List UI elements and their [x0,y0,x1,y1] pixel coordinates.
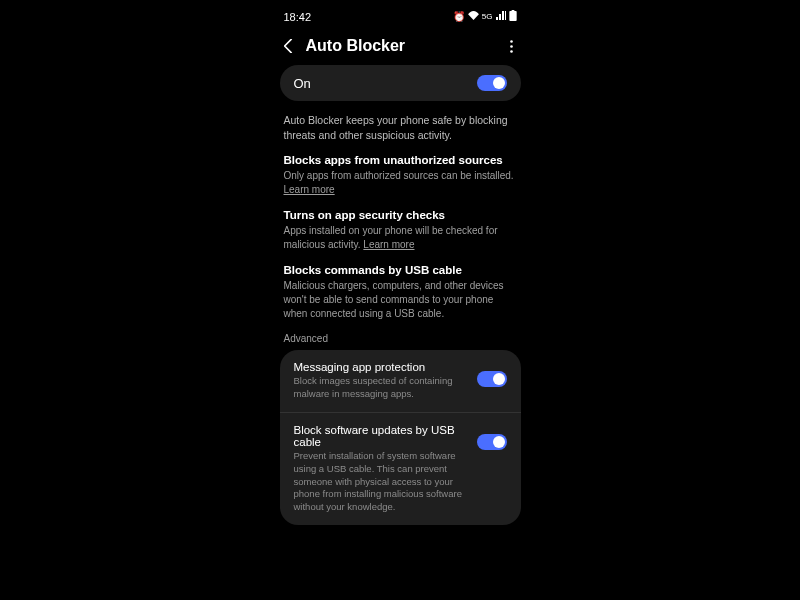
signal-icon [496,11,506,22]
section-title: Blocks commands by USB cable [284,264,517,276]
status-bar: 18:42 ⏰ 5G [280,8,521,31]
battery-icon [509,10,517,23]
phone-frame: 18:42 ⏰ 5G Auto Blocker On Auto Blocker … [268,0,533,600]
intro-text: Auto Blocker keeps your phone safe by bl… [280,113,521,154]
section-security-checks: Turns on app security checks Apps instal… [280,209,521,264]
svg-rect-0 [509,11,516,21]
status-icons: ⏰ 5G [453,10,517,23]
advanced-item-usb-updates[interactable]: Block software updates by USB cable Prev… [280,412,521,525]
network-label: 5G [482,12,493,21]
alarm-icon: ⏰ [453,11,465,22]
more-options-button[interactable] [503,37,521,55]
section-desc: Only apps from authorized sources can be… [284,169,517,197]
advanced-item-text: Block software updates by USB cable Prev… [294,424,467,514]
section-unauthorized-sources: Blocks apps from unauthorized sources On… [280,154,521,209]
header: Auto Blocker [280,31,521,65]
svg-point-3 [510,45,513,48]
section-title: Turns on app security checks [284,209,517,221]
advanced-item-text: Messaging app protection Block images su… [294,361,467,401]
advanced-item-title: Messaging app protection [294,361,467,373]
main-toggle-switch[interactable] [477,75,507,91]
advanced-item-desc: Prevent installation of system software … [294,450,467,514]
advanced-item-messaging[interactable]: Messaging app protection Block images su… [280,350,521,412]
clock: 18:42 [284,11,312,23]
back-button[interactable] [280,37,298,55]
advanced-label: Advanced [280,333,521,350]
learn-more-link[interactable]: Learn more [363,239,414,250]
section-desc: Apps installed on your phone will be che… [284,224,517,252]
wifi-icon [468,11,479,22]
main-toggle-row[interactable]: On [280,65,521,101]
learn-more-link[interactable]: Learn more [284,184,335,195]
svg-rect-1 [511,10,514,11]
advanced-item-desc: Block images suspected of containing mal… [294,375,467,401]
section-usb-commands: Blocks commands by USB cable Malicious c… [280,264,521,333]
section-desc: Malicious chargers, computers, and other… [284,279,517,321]
main-toggle-label: On [294,76,311,91]
advanced-item-title: Block software updates by USB cable [294,424,467,448]
section-title: Blocks apps from unauthorized sources [284,154,517,166]
messaging-toggle-switch[interactable] [477,371,507,387]
svg-point-2 [510,40,513,43]
page-title: Auto Blocker [306,37,503,55]
advanced-card: Messaging app protection Block images su… [280,350,521,525]
svg-point-4 [510,50,513,53]
usb-updates-toggle-switch[interactable] [477,434,507,450]
